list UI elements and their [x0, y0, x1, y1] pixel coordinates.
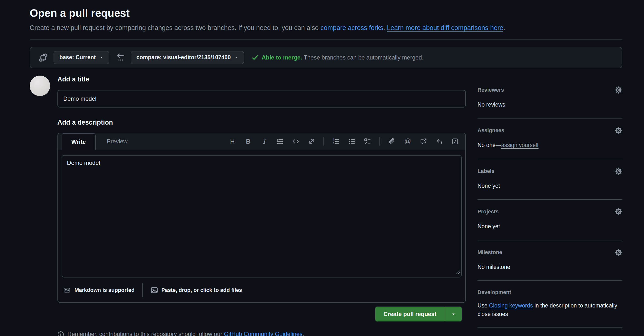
markdown-toolbar: H B I 12	[228, 133, 465, 150]
paperclip-icon[interactable]	[388, 137, 396, 145]
title-heading: Add a title	[58, 76, 466, 83]
projects-gear-icon[interactable]	[615, 208, 622, 215]
intro-plain: Create a new pull request by comparing c…	[30, 24, 320, 32]
reviewers-heading: Reviewers	[478, 87, 504, 93]
toolbar-divider	[380, 137, 380, 145]
projects-value: None yet	[478, 222, 622, 231]
development-heading: Development	[478, 289, 511, 295]
community-guidelines-link[interactable]: GitHub Community Guidelines	[224, 331, 302, 336]
mention-icon[interactable]: @	[404, 137, 412, 145]
create-pull-request-split-button: Create pull request	[375, 306, 462, 322]
cross-reference-icon[interactable]	[420, 137, 428, 145]
editor-header: Write Preview H B I	[58, 133, 465, 150]
tasklist-icon[interactable]	[364, 137, 372, 145]
merge-status-detail: These branches can be automatically merg…	[302, 54, 424, 61]
editor-body: Demo model	[58, 150, 465, 277]
ordered-list-icon[interactable]: 12	[332, 137, 340, 145]
page-title: Open a pull request	[30, 7, 622, 20]
description-textarea[interactable]: Demo model	[62, 155, 462, 277]
quote-icon[interactable]	[276, 137, 284, 145]
labels-gear-icon[interactable]	[615, 167, 622, 175]
reviewers-value: No reviews	[478, 100, 622, 109]
git-compare-icon	[38, 53, 48, 62]
compare-branch-button[interactable]: compare: visual-editor/2135/107400	[131, 51, 244, 64]
markdown-icon	[63, 287, 71, 293]
toolbar-divider	[324, 137, 324, 145]
heading-icon[interactable]: H	[228, 137, 236, 145]
assignees-gear-icon[interactable]	[615, 127, 622, 134]
milestone-heading: Milestone	[478, 249, 502, 256]
development-section: Development Use Closing keywords in the …	[478, 281, 622, 328]
labels-value: None yet	[478, 182, 622, 190]
assign-yourself-link[interactable]: assign yourself	[501, 142, 538, 148]
assignees-heading: Assignees	[478, 127, 504, 134]
pr-form: Add a title Add a description Write Prev…	[58, 76, 466, 336]
projects-section: Projects None yet	[478, 200, 622, 240]
assignees-value: No one—	[478, 142, 501, 148]
diff-comparisons-link[interactable]: Learn more about diff comparisons here	[387, 24, 503, 32]
image-icon	[151, 286, 158, 294]
caret-down-icon	[451, 312, 456, 316]
milestone-gear-icon[interactable]	[615, 249, 622, 256]
chevron-down-icon	[234, 55, 238, 60]
labels-section: Labels None yet	[478, 159, 622, 200]
base-branch-label: base: Current	[60, 54, 96, 61]
code-icon[interactable]	[292, 137, 300, 145]
unordered-list-icon[interactable]	[348, 137, 356, 145]
markdown-editor: Write Preview H B I	[58, 133, 466, 303]
markdown-supported-note[interactable]: Markdown is supported	[63, 287, 134, 293]
reviewers-section: Reviewers No reviews	[478, 86, 622, 119]
intro-text: Create a new pull request by comparing c…	[30, 23, 622, 40]
range-arrow-icon	[115, 53, 125, 62]
merge-status-ok: Able to merge.	[262, 54, 302, 61]
resize-handle[interactable]	[456, 270, 460, 275]
assignees-section: Assignees No one—assign yourself	[478, 118, 622, 159]
contribution-note: Remember, contributions to this reposito…	[58, 331, 466, 336]
info-icon	[58, 331, 64, 336]
milestone-value: No milestone	[478, 263, 622, 271]
labels-heading: Labels	[478, 168, 494, 174]
title-input[interactable]	[58, 90, 466, 107]
page: Open a pull request Create a new pull re…	[0, 0, 644, 336]
paste-files-note[interactable]: Paste, drop, or click to add files	[151, 286, 242, 294]
avatar	[30, 76, 50, 96]
compare-across-forks-link[interactable]: compare across forks	[320, 24, 383, 32]
italic-icon[interactable]: I	[260, 137, 268, 145]
chevron-down-icon	[99, 55, 104, 60]
merge-status: Able to merge. These branches can be aut…	[252, 54, 424, 61]
svg-text:2: 2	[333, 142, 334, 145]
reply-icon[interactable]	[436, 137, 443, 145]
bold-icon[interactable]: B	[244, 137, 252, 145]
check-icon	[252, 54, 259, 61]
reviewers-gear-icon[interactable]	[615, 86, 622, 94]
svg-text:1: 1	[333, 138, 334, 141]
helpful-resources-section: Helpful resources GitHub Community Guide…	[478, 328, 622, 336]
projects-heading: Projects	[478, 209, 499, 215]
create-pull-request-button[interactable]: Create pull request	[375, 307, 445, 321]
milestone-section: Milestone No milestone	[478, 240, 622, 281]
tab-preview[interactable]: Preview	[96, 133, 139, 150]
tab-write[interactable]: Write	[62, 133, 96, 150]
slash-command-icon[interactable]	[451, 137, 459, 145]
compare-branch-label: compare: visual-editor/2135/107400	[136, 54, 231, 61]
description-heading: Add a description	[58, 119, 466, 126]
branch-compare-bar: base: Current compare: visual-editor/213…	[30, 47, 622, 68]
closing-keywords-link[interactable]: Closing keywords	[489, 302, 533, 309]
pr-sidebar: Reviewers No reviews Assignees No one—as…	[478, 76, 622, 336]
footer-divider	[142, 283, 143, 297]
create-pull-request-dropdown[interactable]	[445, 307, 462, 321]
editor-footer: Markdown is supported Paste, drop, or cl…	[58, 277, 465, 302]
base-branch-button[interactable]: base: Current	[54, 51, 109, 64]
link-icon[interactable]	[308, 137, 316, 145]
